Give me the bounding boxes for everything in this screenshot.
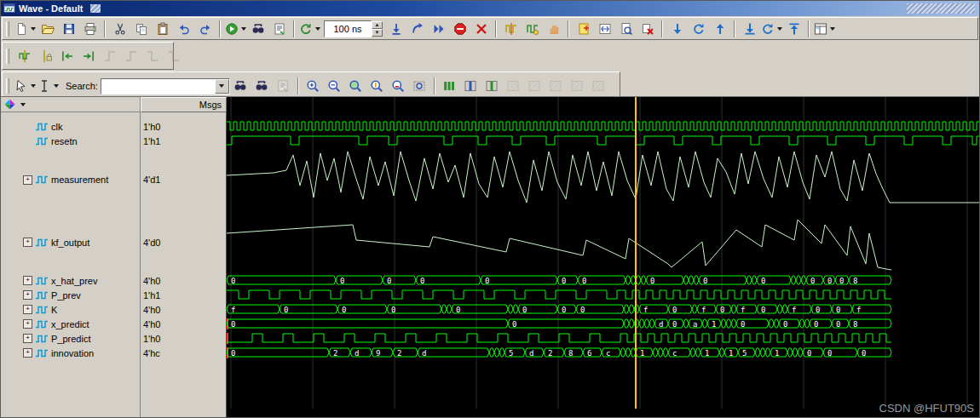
compile-run-button[interactable]: [224, 20, 247, 38]
pan-hand-button[interactable]: [543, 20, 564, 38]
print-button[interactable]: [79, 20, 101, 38]
signal-row-clk[interactable]: clk: [1, 119, 140, 134]
dropdown-arrow-icon: [315, 27, 320, 31]
run-length-up-button[interactable]: ▲: [372, 21, 383, 29]
svg-text:0: 0: [387, 277, 391, 285]
next-transition-button[interactable]: [78, 47, 99, 66]
signal-row-innovation[interactable]: +innovation: [1, 346, 140, 360]
toolbar-drag-grip[interactable]: [6, 21, 9, 37]
signal-wave-icon: [35, 175, 49, 185]
new-file-button[interactable]: [14, 20, 37, 38]
examine-button[interactable]: [615, 20, 637, 38]
goto-previous-edge-button[interactable]: [739, 20, 760, 38]
run-button[interactable]: [385, 20, 406, 38]
stop-button[interactable]: [470, 20, 492, 38]
signal-row-measurement[interactable]: +measurement: [1, 148, 140, 211]
layout-button[interactable]: [813, 20, 836, 38]
cut-button[interactable]: [109, 20, 130, 38]
expand-button[interactable]: +: [23, 290, 32, 300]
open-file-button[interactable]: [37, 20, 58, 38]
insert-cursor-button[interactable]: [14, 47, 35, 66]
redo-button[interactable]: [194, 20, 216, 38]
paste-button[interactable]: [152, 20, 173, 38]
waveform-svg[interactable]: 00000000000008f0000000f0f0f0f00f00d0a100…: [227, 97, 979, 418]
undo-button[interactable]: [173, 20, 194, 38]
signal-value-K: 4'h0: [141, 302, 226, 317]
signal-value-measurement: 4'd1: [141, 148, 226, 211]
search-input[interactable]: [102, 80, 215, 93]
refresh-display-button[interactable]: [688, 20, 709, 38]
expand-button[interactable]: +: [23, 238, 32, 247]
expanded-time-delta-mode-button[interactable]: [460, 77, 481, 95]
break-button[interactable]: [449, 20, 470, 38]
titlebar-dock-grip[interactable]: [907, 3, 975, 14]
zoom-out-button[interactable]: [324, 77, 345, 95]
expanded-time-deltas-button[interactable]: [439, 77, 460, 95]
goto-next-edge-button[interactable]: [783, 20, 804, 38]
signal-row-x_predict[interactable]: +x_predict: [1, 317, 140, 331]
run-all-button[interactable]: [428, 20, 449, 38]
edit-mode-button[interactable]: [37, 77, 60, 95]
expand-button[interactable]: +: [23, 175, 32, 185]
toolbar-drag-grip[interactable]: [6, 49, 9, 64]
zoom-range-button[interactable]: [409, 77, 430, 95]
find-next-down-button[interactable]: [666, 20, 688, 38]
expanded-time-events-button[interactable]: [481, 77, 503, 95]
svg-text:f: f: [643, 306, 648, 314]
copy-button[interactable]: [130, 20, 152, 38]
edit-waveform-button[interactable]: [522, 20, 543, 38]
find-next-up-button[interactable]: [709, 20, 730, 38]
signal-row-K[interactable]: +K: [1, 302, 140, 317]
signal-row-P_predict[interactable]: +P_predict: [1, 331, 140, 346]
previous-transition-button[interactable]: [56, 47, 78, 66]
svg-text:0: 0: [783, 320, 787, 329]
signal-row-resetn[interactable]: resetn: [1, 134, 140, 148]
lock-cursor-button[interactable]: [35, 47, 56, 66]
expand-button[interactable]: +: [23, 276, 32, 285]
zoom-full-button[interactable]: [345, 77, 366, 95]
signal-row-x_hat_prev[interactable]: +x_hat_prev: [1, 273, 140, 288]
svg-text:0: 0: [485, 277, 489, 285]
cursor-options-button[interactable]: [760, 20, 783, 38]
expand-button[interactable]: +: [23, 305, 32, 314]
restart-icon: [299, 22, 313, 36]
signal-row-kf_output[interactable]: +kf_output: [1, 211, 140, 273]
signal-name: K: [51, 305, 57, 315]
layout-icon: [814, 22, 827, 36]
filter-button[interactable]: [268, 20, 290, 38]
msgs-column-header[interactable]: Msgs: [141, 97, 227, 112]
svg-text:0: 0: [391, 306, 395, 314]
zoom-in-button[interactable]: [303, 77, 324, 95]
search-reverse-button[interactable]: [230, 77, 251, 95]
zoom-last-button[interactable]: [388, 77, 409, 95]
toolbar-separator: [434, 77, 435, 94]
waveform-canvas[interactable]: 00000000000008f0000000f0f0f0f00f00d0a100…: [227, 97, 979, 418]
restart-button[interactable]: [298, 20, 321, 38]
titlebar-grip[interactable]: [90, 4, 101, 13]
expand-button[interactable]: +: [23, 348, 32, 358]
add-bookmark-button[interactable]: [573, 20, 594, 38]
zoom-cursor-button[interactable]: [366, 77, 388, 95]
signal-group-button[interactable]: [3, 98, 26, 111]
expand-button[interactable]: +: [23, 319, 32, 329]
save-button[interactable]: [58, 20, 79, 38]
search-dropdown-button[interactable]: [215, 79, 229, 94]
delete-button[interactable]: [637, 20, 658, 38]
continue-run-button[interactable]: [406, 20, 428, 38]
search-combobox[interactable]: [101, 78, 230, 94]
svg-text:8: 8: [853, 277, 857, 285]
toolbar-drag-grip[interactable]: [6, 78, 9, 94]
run-length-down-button[interactable]: ▼: [372, 29, 383, 37]
refresh-blue-icon: [761, 22, 775, 36]
search-forward-button[interactable]: [251, 77, 273, 95]
svg-text:0: 0: [456, 306, 460, 314]
signal-row-P_prev[interactable]: +P_prev: [1, 288, 140, 302]
select-mode-button[interactable]: [14, 77, 37, 95]
run-length-input[interactable]: [324, 20, 372, 37]
expand-time-button[interactable]: [594, 20, 615, 38]
watermark-text: CSDN @HFUT90S: [879, 402, 974, 415]
cut-waveform-button[interactable]: [500, 20, 522, 38]
dropdown-arrow-icon: [20, 103, 26, 106]
find-button[interactable]: [247, 20, 268, 38]
expand-button[interactable]: +: [23, 334, 32, 343]
